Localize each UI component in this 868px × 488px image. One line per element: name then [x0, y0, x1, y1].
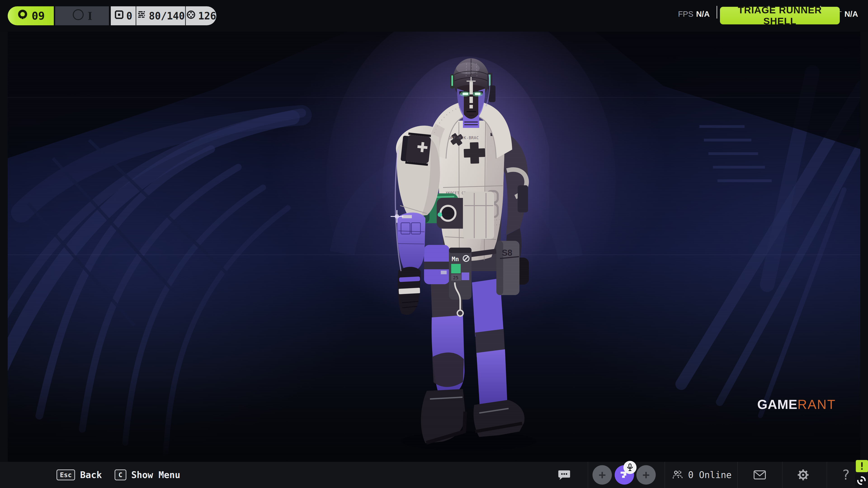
bar-divider	[782, 462, 782, 488]
c-keycap-icon: C	[115, 469, 126, 480]
party-slot-add-button[interactable]: +	[636, 465, 656, 485]
item-name-button[interactable]: TRIAGE RUNNER SHELL	[720, 7, 840, 24]
stat-chip-value: 80/140	[149, 10, 185, 22]
stat-chip-value: 126	[198, 10, 216, 22]
bar-divider	[737, 462, 738, 488]
stat-chip-frames: 0	[111, 6, 135, 25]
perf-separator	[717, 6, 717, 19]
show-menu-label: Show Menu	[131, 470, 180, 480]
hud-chip-row: 09 I 0	[8, 6, 216, 25]
question-mark-icon: ?	[842, 467, 850, 483]
microphone-icon	[626, 463, 633, 471]
online-count-label: 0 Online	[688, 470, 732, 480]
overlay-app-button[interactable]	[855, 474, 868, 487]
stat-chip-group: 0 80/140	[111, 6, 216, 25]
voice-status-badge	[623, 461, 637, 474]
mail-button[interactable]	[752, 462, 767, 488]
squad-chip-value: 09	[32, 9, 45, 22]
swirl-logo-icon	[857, 476, 866, 486]
watermark-light: RANT	[798, 397, 836, 412]
bar-divider	[664, 462, 665, 488]
reel-icon	[186, 10, 196, 22]
stat-chip-value: 0	[126, 10, 132, 22]
party-slot-add-button[interactable]: +	[592, 465, 612, 485]
screen: 09 I 0	[0, 0, 868, 488]
lobby-scene: DMF-HIK-BRAC XKOCET C2O62E5-005 S	[8, 32, 860, 462]
esc-keycap-icon: Esc	[57, 469, 75, 480]
notification-badge[interactable]: !	[856, 460, 868, 472]
stack-icon	[137, 10, 147, 22]
mode-chip-value: I	[88, 9, 92, 23]
watermark-bold: GAME	[757, 397, 798, 412]
game-logo-icon	[17, 9, 29, 23]
plus-icon: +	[643, 468, 650, 481]
bottom-bar-left-controls: Esc Back C Show Menu	[57, 462, 180, 488]
help-button[interactable]: ?	[839, 462, 852, 488]
lat-value: N/A	[844, 9, 858, 19]
people-icon	[672, 469, 684, 480]
pouch-label-s8: S8	[502, 248, 512, 258]
bottom-bar: Esc Back C Show Menu +	[0, 462, 868, 488]
character-triage-runner-shell: DMF-HIK-BRAC XKOCET C2O62E5-005 S	[373, 47, 549, 459]
watermark-gamerant: GAMERANT	[757, 397, 836, 412]
pouch-label-25: 25	[453, 275, 458, 281]
stat-chip-credits: 126	[185, 6, 216, 25]
stat-chip-capacity: 80/140	[135, 6, 185, 25]
back-label: Back	[80, 470, 102, 480]
gear-icon	[797, 468, 810, 482]
chat-bubble-icon	[558, 469, 570, 480]
fps-label: FPS	[678, 9, 693, 19]
plus-icon: +	[598, 468, 606, 481]
mode-chip: I	[55, 6, 109, 25]
bar-divider	[827, 462, 827, 488]
mail-icon	[753, 470, 766, 480]
circle-icon	[72, 8, 85, 24]
bar-divider	[588, 462, 588, 488]
back-button[interactable]: Esc Back	[57, 469, 102, 480]
frame-icon	[114, 10, 124, 22]
vest-text-top: DMF-HIK-BRAC	[448, 135, 479, 140]
fps-value: N/A	[696, 9, 710, 19]
settings-button[interactable]	[796, 462, 811, 488]
squad-chip: 09	[8, 6, 54, 25]
chat-button[interactable]	[557, 462, 572, 488]
show-menu-button[interactable]: C Show Menu	[115, 469, 180, 480]
online-counter[interactable]: 0 Online	[672, 462, 732, 488]
pouch-label-mn: Mn	[452, 256, 459, 263]
